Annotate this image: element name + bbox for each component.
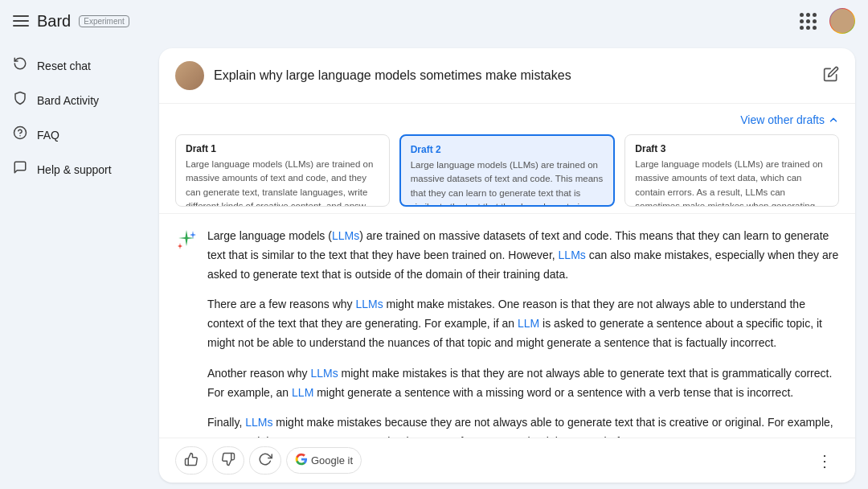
sidebar-item-reset-chat[interactable]: Reset chat (0, 48, 143, 83)
bard-activity-label: Bard Activity (37, 94, 99, 107)
main-layout: Reset chat Bard Activity FAQ Help & supp… (0, 42, 868, 489)
more-options-icon: ⋮ (817, 452, 833, 470)
help-support-icon (13, 160, 27, 179)
draft-card-2[interactable]: Draft 2 Large language models (LLMs) are… (399, 134, 616, 207)
answer-paragraph-4: Finally, LLMs might make mistakes becaus… (207, 413, 839, 438)
sidebar-item-faq[interactable]: FAQ (0, 117, 143, 152)
draft-3-title: Draft 3 (635, 143, 829, 154)
apps-grid-icon[interactable] (800, 13, 817, 30)
header: Bard Experiment (0, 0, 868, 42)
header-left: Bard Experiment (13, 12, 129, 31)
answer-text-block: Large language models (LLMs) are trained… (207, 227, 839, 425)
thumbs-down-button[interactable] (212, 446, 244, 475)
refresh-icon (258, 452, 272, 469)
reset-chat-label: Reset chat (37, 60, 91, 72)
answer-paragraph-3: Another reason why LLMs might make mista… (207, 364, 839, 403)
answer-paragraph-1: Large language models (LLMs) are trained… (207, 227, 839, 284)
user-avatar-small (175, 61, 204, 90)
edit-icon[interactable] (823, 66, 839, 86)
draft-3-text: Large language models (LLMs) are trained… (635, 158, 829, 207)
question-text: Explain why large language models someti… (214, 68, 813, 83)
draft-card-1[interactable]: Draft 1 Large language models (LLMs) are… (175, 134, 390, 207)
google-it-label: Google it (311, 454, 353, 466)
grid-dots (800, 13, 817, 30)
google-it-button[interactable]: Google it (286, 447, 362, 474)
drafts-section: View other drafts Draft 1 Large language… (159, 104, 855, 214)
experiment-badge: Experiment (79, 15, 129, 27)
answer-section: Large language models (LLMs) are trained… (159, 214, 855, 438)
menu-icon[interactable] (13, 15, 29, 27)
app-title: Bard (37, 12, 71, 31)
sidebar-item-help-support[interactable]: Help & support (0, 152, 143, 187)
reset-chat-icon (13, 56, 27, 75)
drafts-cards: Draft 1 Large language models (LLMs) are… (175, 134, 839, 207)
sidebar-item-bard-activity[interactable]: Bard Activity (0, 83, 143, 117)
faq-icon (13, 125, 27, 144)
bottom-toolbar: Google it ⋮ (159, 438, 855, 483)
more-options-button[interactable]: ⋮ (810, 448, 839, 474)
sidebar: Reset chat Bard Activity FAQ Help & supp… (0, 42, 153, 489)
chat-container: Explain why large language models someti… (159, 48, 855, 483)
answer-paragraph-2: There are a few reasons why LLMs might m… (207, 295, 839, 352)
draft-card-3[interactable]: Draft 3 Large language models (LLMs) are… (624, 134, 839, 207)
header-right (800, 8, 855, 34)
content-area: Explain why large language models someti… (153, 42, 868, 489)
google-logo-icon (295, 453, 308, 468)
bard-sparkle-icon (175, 228, 198, 425)
view-other-drafts-button[interactable]: View other drafts (740, 113, 839, 126)
view-drafts-row: View other drafts (175, 113, 839, 126)
user-avatar[interactable] (829, 8, 855, 34)
refresh-button[interactable] (249, 446, 281, 475)
draft-2-title: Draft 2 (411, 144, 604, 155)
question-row: Explain why large language models someti… (159, 48, 855, 104)
thumbs-up-button[interactable] (175, 446, 207, 475)
draft-1-title: Draft 1 (186, 143, 379, 154)
bard-activity-icon (13, 91, 27, 109)
thumbs-down-icon (221, 452, 235, 469)
faq-label: FAQ (37, 129, 59, 142)
draft-2-text: Large language models (LLMs) are trained… (411, 158, 604, 207)
thumbs-up-icon (184, 452, 199, 469)
draft-1-text: Large language models (LLMs) are trained… (186, 158, 379, 207)
help-support-label: Help & support (37, 163, 112, 176)
view-drafts-label: View other drafts (740, 113, 825, 126)
